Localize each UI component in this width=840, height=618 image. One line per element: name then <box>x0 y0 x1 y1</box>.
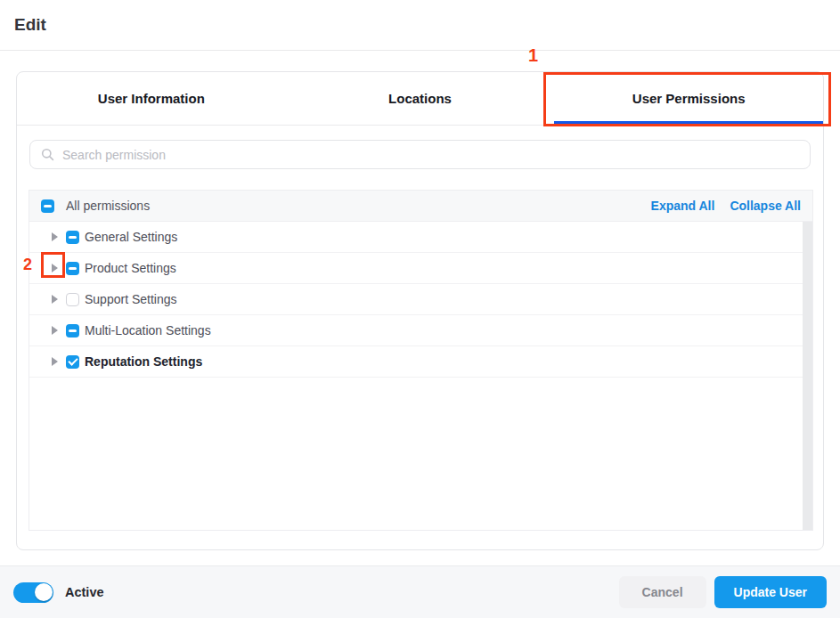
tab-user-permissions[interactable]: User Permissions <box>554 72 823 125</box>
select-all-label: All permissions <box>66 199 150 213</box>
active-toggle[interactable] <box>13 582 53 603</box>
edit-user-dialog: Edit User Information Locations User Per… <box>0 0 840 618</box>
tab-user-information-label: User Information <box>98 91 205 106</box>
edit-user-card: User Information Locations User Permissi… <box>16 71 824 550</box>
permission-row[interactable]: Support Settings <box>29 284 812 315</box>
permission-row[interactable]: General Settings <box>29 222 812 253</box>
search-icon <box>41 148 54 161</box>
tab-user-permissions-label: User Permissions <box>632 91 746 106</box>
cancel-button[interactable]: Cancel <box>619 576 706 608</box>
expand-caret[interactable] <box>43 256 66 281</box>
expand-all-link[interactable]: Expand All <box>651 199 715 213</box>
update-user-button[interactable]: Update User <box>714 576 827 608</box>
caret-right-icon <box>52 295 58 304</box>
active-tab-indicator <box>554 121 823 125</box>
permissions-tree: All permissions Expand All Collapse All … <box>29 190 813 531</box>
permission-checkbox[interactable] <box>66 231 79 244</box>
dialog-header: Edit <box>0 0 840 51</box>
tab-locations-label: Locations <box>388 91 452 106</box>
caret-right-icon <box>52 232 58 241</box>
permission-checkbox[interactable] <box>66 355 79 369</box>
dialog-title: Edit <box>14 15 46 35</box>
tab-user-information[interactable]: User Information <box>17 72 286 125</box>
permission-tree-rows: General Settings Product Settings Suppor… <box>29 222 812 378</box>
select-all-row: All permissions Expand All Collapse All <box>29 191 812 222</box>
footer-actions: Cancel Update User <box>619 576 827 608</box>
permission-checkbox[interactable] <box>66 262 79 275</box>
expand-caret[interactable] <box>43 287 66 312</box>
permission-row-label: Product Settings <box>85 261 176 275</box>
permission-checkbox[interactable] <box>66 293 79 306</box>
dialog-footer: Active Cancel Update User <box>0 565 840 618</box>
expand-caret[interactable] <box>43 318 66 343</box>
permission-search <box>29 140 811 169</box>
permission-row-label: General Settings <box>85 230 177 244</box>
permission-search-input[interactable] <box>62 148 799 162</box>
toggle-knob <box>35 583 53 601</box>
permission-row[interactable]: Reputation Settings <box>29 346 812 378</box>
permission-checkbox[interactable] <box>66 324 79 337</box>
scrollbar-track[interactable] <box>803 222 812 530</box>
caret-right-icon <box>52 264 58 272</box>
tab-locations[interactable]: Locations <box>286 72 555 125</box>
collapse-all-link[interactable]: Collapse All <box>730 199 801 213</box>
permission-row-label: Support Settings <box>85 292 177 306</box>
select-all-checkbox[interactable] <box>41 199 54 213</box>
permission-row[interactable]: Product Settings <box>29 253 812 284</box>
expand-caret[interactable] <box>43 349 66 374</box>
permission-row[interactable]: Multi-Location Settings <box>29 315 812 346</box>
tree-links: Expand All Collapse All <box>651 199 801 213</box>
tab-bar: User Information Locations User Permissi… <box>17 72 823 126</box>
permission-row-label: Reputation Settings <box>85 354 202 369</box>
expand-caret[interactable] <box>43 224 66 249</box>
caret-right-icon <box>52 326 58 335</box>
active-toggle-label: Active <box>65 585 104 599</box>
caret-right-icon <box>52 357 58 366</box>
permission-row-label: Multi-Location Settings <box>85 323 211 337</box>
status-toggle-group: Active <box>13 582 104 603</box>
